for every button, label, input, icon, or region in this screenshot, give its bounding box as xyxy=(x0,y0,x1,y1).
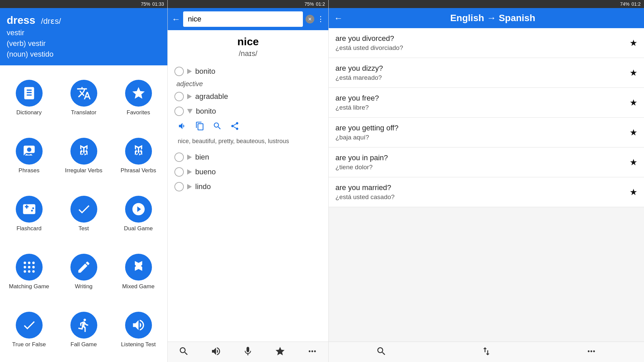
grid-item-listening-test[interactable]: Listening Test xyxy=(111,301,166,359)
more-options-button[interactable]: ⋮ xyxy=(317,15,324,23)
favorites-label: Favorites xyxy=(127,109,150,116)
star-2[interactable]: ★ xyxy=(630,98,637,108)
lang-from: English xyxy=(450,13,484,23)
search-in-dict-button[interactable] xyxy=(213,121,222,132)
expand-arrow-5 xyxy=(187,184,192,189)
share-button[interactable] xyxy=(230,121,239,132)
matching-game-icon xyxy=(16,254,43,281)
star-3[interactable]: ★ xyxy=(630,127,637,138)
expand-circle-0 xyxy=(174,67,184,76)
trans-text-0: bonito xyxy=(195,67,215,76)
p2-search-icon[interactable] xyxy=(178,346,189,358)
star-1[interactable]: ★ xyxy=(630,68,637,78)
expand-circle-2 xyxy=(174,107,184,116)
phrase-item-3[interactable]: are you getting off? ¿baja aquí? ★ xyxy=(329,118,644,147)
grid-item-phrasal-verbs[interactable]: Phrasal Verbs xyxy=(111,127,166,185)
search-input[interactable] xyxy=(183,11,303,27)
p2-more-icon[interactable] xyxy=(307,346,318,358)
grid-item-mixed-game[interactable]: Mixed Game xyxy=(111,243,166,301)
svg-point-5 xyxy=(32,261,35,264)
translation-row-4[interactable]: bueno xyxy=(174,165,322,179)
translator-label: Translator xyxy=(71,109,97,116)
p3-back-button[interactable]: ← xyxy=(334,13,343,23)
phrase-es-3: ¿baja aquí? xyxy=(335,134,398,141)
phrase-es-1: ¿está mareado? xyxy=(335,74,383,81)
grid-item-true-or-false[interactable]: True or False xyxy=(2,301,56,359)
svg-point-0 xyxy=(23,266,26,268)
phrasal-verbs-label: Phrasal Verbs xyxy=(121,167,156,174)
phrase-en-1: are you dizzy? xyxy=(335,64,383,73)
grid-item-dictionary[interactable]: Dictionary xyxy=(2,69,56,127)
back-button[interactable]: ← xyxy=(172,14,180,24)
phrasal-verbs-icon xyxy=(125,138,152,165)
phrase-item-4[interactable]: are you in pain? ¿tiene dolor? ★ xyxy=(329,147,644,177)
battery-2: 75% xyxy=(305,1,314,7)
grid-item-phrases[interactable]: Phrases xyxy=(2,127,56,185)
true-or-false-label: True or False xyxy=(12,341,46,348)
phrase-item-1[interactable]: are you dizzy? ¿está mareado? ★ xyxy=(329,58,644,88)
expand-circle-1 xyxy=(174,92,184,101)
star-5[interactable]: ★ xyxy=(630,187,637,197)
irregular-verbs-icon xyxy=(70,138,97,165)
phrase-item-5[interactable]: are you married? ¿está usted casado? ★ xyxy=(329,177,644,207)
expand-arrow-4 xyxy=(187,169,192,175)
phrase-item-0[interactable]: are you divorced? ¿está usted divorciado… xyxy=(329,28,644,58)
grid-item-writing[interactable]: Writing xyxy=(56,243,111,301)
clear-button[interactable]: ✕ xyxy=(306,15,314,23)
phrase-texts-1: are you dizzy? ¿está mareado? xyxy=(335,64,383,81)
status-bar-3: 74% 01:2 xyxy=(329,0,644,8)
phrase-en-3: are you getting off? xyxy=(335,124,398,132)
copy-button[interactable] xyxy=(195,121,205,132)
star-4[interactable]: ★ xyxy=(630,157,637,168)
battery-3: 74% xyxy=(620,1,630,7)
p3-search-icon[interactable] xyxy=(376,346,387,358)
audio-button[interactable] xyxy=(178,121,187,132)
grid-item-dual-game[interactable]: Dual Game xyxy=(111,185,166,243)
p2-audio-icon[interactable] xyxy=(211,346,221,358)
phrases-label: Phrases xyxy=(18,167,39,174)
grid-item-flashcard[interactable]: Flashcard xyxy=(2,185,56,243)
p2-star-icon[interactable] xyxy=(275,346,285,358)
expand-arrow-0 xyxy=(187,69,192,74)
grid-item-fall-game[interactable]: Fall Game xyxy=(56,301,111,359)
svg-point-4 xyxy=(28,261,30,264)
phrase-item-2[interactable]: are you free? ¿está libre? ★ xyxy=(329,88,644,118)
dual-game-icon xyxy=(125,196,152,223)
lang-arrow: → xyxy=(487,13,499,23)
time-3: 01:2 xyxy=(632,1,641,7)
time-2: 01:2 xyxy=(316,1,325,7)
translation-row-1[interactable]: agradable xyxy=(174,89,322,104)
p3-more-icon[interactable] xyxy=(586,346,597,358)
phrase-en-5: are you married? xyxy=(335,183,394,192)
grid-item-matching-game[interactable]: Matching Game xyxy=(2,243,56,301)
dictionary-result-panel: 75% 01:2 ← ✕ ⋮ nice /naɪs/ bonito adject… xyxy=(168,0,329,362)
listening-test-label: Listening Test xyxy=(121,341,156,348)
svg-point-8 xyxy=(32,270,35,273)
status-bar-2: 75% 01:2 xyxy=(168,0,328,8)
phrase-texts-4: are you in pain? ¿tiene dolor? xyxy=(335,154,388,171)
header-trans1: vestir xyxy=(7,28,161,37)
p1-header: dress /drɛs/ vestir (verb) vestir (noun)… xyxy=(0,8,167,65)
translation-row-3[interactable]: bien xyxy=(174,150,322,165)
writing-label: Writing xyxy=(75,283,93,290)
phrase-es-2: ¿está libre? xyxy=(335,104,379,111)
result-phonetic: /naɪs/ xyxy=(174,49,322,58)
translation-row-0[interactable]: bonito xyxy=(174,64,322,79)
trans-synonyms: nice, beautiful, pretty, beauteous, lust… xyxy=(174,135,322,150)
trans-text-5: lindo xyxy=(195,182,211,191)
grid-item-test[interactable]: Test xyxy=(56,185,111,243)
grid-item-irregular-verbs[interactable]: Irregular Verbs xyxy=(56,127,111,185)
expand-circle-4 xyxy=(174,167,184,177)
p2-mic-icon[interactable] xyxy=(243,346,253,358)
translation-row-5[interactable]: lindo xyxy=(174,179,322,194)
grid-item-translator[interactable]: Translator xyxy=(56,69,111,127)
true-or-false-icon xyxy=(16,312,43,339)
grid-item-favorites[interactable]: Favorites xyxy=(111,69,166,127)
p3-swap-icon[interactable] xyxy=(481,346,492,358)
translation-row-2[interactable]: bonito xyxy=(174,104,322,119)
time-1: 01:33 xyxy=(152,1,164,7)
svg-point-2 xyxy=(32,266,35,268)
star-0[interactable]: ★ xyxy=(630,38,637,48)
test-label: Test xyxy=(78,225,89,232)
trans-text-1: agradable xyxy=(195,92,228,101)
